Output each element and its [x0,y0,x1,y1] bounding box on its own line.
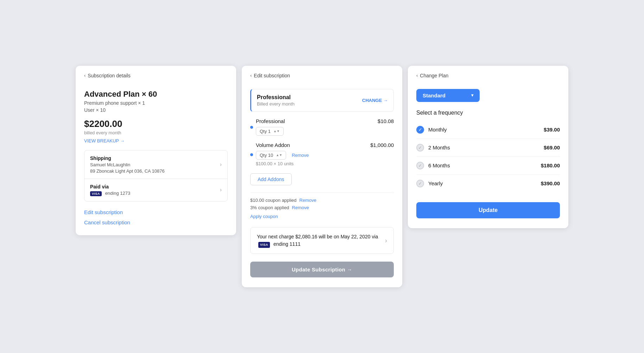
current-plan-billing: Billed every month [257,101,295,107]
apply-coupon-link[interactable]: Apply coupon [250,214,278,219]
addon2-row: Volume Addon Qty 10 ▲▼ Remove $100.00 × … [250,142,394,166]
addon2-qty-label: Qty 10 [260,153,273,158]
visa-badge: VISA [90,191,102,196]
frequency-list: Monthly $39.00 2 Months $69.00 6 Months … [416,121,560,192]
coupon2-row: 3% coupon applied Remove [250,205,394,210]
paid-via-title: Paid via [90,184,130,190]
chevron-left-icon2: ‹ [250,73,252,78]
freq-price: $180.00 [541,162,560,168]
plan-sub1: Premium phone support × 1 [84,100,228,106]
panel2-back-label: Edit subscription [254,73,290,78]
info-cards: Shipping Samuel McLaughlin 89 Zboncak Li… [84,150,228,201]
addon2-detail: $100.00 × 10 units [256,161,309,166]
addon2-info: Volume Addon Qty 10 ▲▼ Remove $100.00 × … [256,142,309,166]
addon1-name: Professional [256,118,285,124]
shipping-info: Shipping Samuel McLaughlin 89 Zboncak Li… [90,155,165,174]
plan-billing: billed every month [84,130,228,135]
back-subscription-details[interactable]: ‹ Subscription details [76,66,236,78]
panel3-body: Standard ▾ Select a frequency Monthly $3… [408,78,568,228]
coupon2-text: 3% coupon applied [250,205,289,210]
panel1-back-label: Subscription details [88,73,130,78]
addon1-info: Professional Qty 1 ▲▼ [256,118,285,136]
freq-left: Monthly [416,126,447,134]
current-plan-bar: Professional Billed every month CHANGE → [250,89,394,112]
payment-chevron-icon: › [220,187,222,193]
radio-icon [416,126,424,134]
visa-badge-2: VISA [258,242,270,248]
back-edit-subscription[interactable]: ‹ Edit subscription [242,66,402,78]
addon2-remove-button[interactable]: Remove [292,153,309,158]
addon2-dot [250,153,253,156]
freq-price: $69.00 [544,145,560,150]
card-ending: ending 1273 [105,191,131,196]
change-plan-button[interactable]: CHANGE → [362,98,388,103]
chevron-left-icon3: ‹ [416,73,418,78]
freq-name: Monthly [428,127,447,133]
addon1-row: Professional Qty 1 ▲▼ $10.08 [250,118,394,136]
shipping-chevron-icon: › [220,161,222,168]
freq-name: Yearly [428,180,443,186]
addon1-dot [250,126,253,129]
plan-sub2: User × 10 [84,107,228,113]
addon1-label: Professional Qty 1 ▲▼ [250,118,285,136]
panel3-back-label: Change Plan [420,73,448,78]
next-charge-text: Your next charge $2,080.16 will be on Ma… [257,233,385,248]
frequency-item[interactable]: 6 Months $180.00 [416,157,560,175]
next-charge-chevron-icon: › [385,237,387,244]
coupon1-text: $10.00 coupon applied [250,198,297,203]
update-button[interactable]: Update [416,202,560,218]
freq-left: 2 Months [416,144,450,152]
shipping-card[interactable]: Shipping Samuel McLaughlin 89 Zboncak Li… [84,150,227,179]
coupon1-row: $10.00 coupon applied Remove [250,198,394,203]
cancel-subscription-link[interactable]: Cancel subscription [84,219,228,225]
back-change-plan[interactable]: ‹ Change Plan [408,66,568,78]
frequency-item[interactable]: Yearly $390.00 [416,175,560,192]
coupon2-remove-button[interactable]: Remove [292,205,309,210]
addon1-qty-arrows: ▲▼ [273,129,280,133]
next-charge-card: ending 1111 [273,241,301,247]
addon1-price: $10.08 [378,118,394,124]
plan-title: Advanced Plan × 60 [84,90,228,99]
plan-price: $2200.00 [84,118,228,129]
panels-container: ‹ Subscription details Advanced Plan × 6… [76,66,568,288]
radio-icon [416,144,424,152]
radio-icon [416,162,424,169]
plan-dropdown[interactable]: Standard ▾ [416,89,480,102]
freq-left: Yearly [416,180,443,187]
radio-icon [416,180,424,187]
freq-price: $390.00 [541,180,560,186]
coupon-section: $10.00 coupon applied Remove 3% coupon a… [250,192,394,219]
shipping-name: Samuel McLaughlin [90,162,165,167]
edit-subscription-panel: ‹ Edit subscription Professional Billed … [242,66,402,288]
next-charge-box[interactable]: Your next charge $2,080.16 will be on Ma… [250,227,394,254]
addon2-name: Volume Addon [256,142,309,148]
chevron-down-icon: ▾ [471,93,473,98]
freq-price: $39.00 [544,127,560,133]
freq-name: 2 Months [428,145,450,150]
coupon1-remove-button[interactable]: Remove [299,198,316,203]
addon1-qty-selector[interactable]: Qty 1 ▲▼ [256,127,284,136]
current-plan-name: Professional [257,94,295,101]
chevron-left-icon: ‹ [84,73,86,78]
subscription-details-panel: ‹ Subscription details Advanced Plan × 6… [76,66,236,235]
change-plan-panel: ‹ Change Plan Standard ▾ Select a freque… [408,66,568,228]
frequency-item[interactable]: Monthly $39.00 [416,121,560,139]
update-subscription-button[interactable]: Update Subscription → [250,262,394,277]
payment-card[interactable]: Paid via VISA ending 1273 › [84,179,227,201]
view-breakup-link[interactable]: VIEW BREAKUP → [84,138,125,143]
panel2-body: Professional Billed every month CHANGE →… [242,78,402,288]
addon1-qty-label: Qty 1 [260,129,271,134]
edit-subscription-link[interactable]: Edit subscription [84,209,228,215]
freq-name: 6 Months [428,162,450,168]
current-plan-info: Professional Billed every month [257,94,295,107]
addon2-qty-selector[interactable]: Qty 10 ▲▼ [256,151,286,160]
panel1-body: Advanced Plan × 60 Premium phone support… [76,78,236,235]
frequency-section-label: Select a frequency [416,110,560,116]
shipping-address: 89 Zboncak Light Apt 036, CA 10876 [90,168,165,174]
add-addons-button[interactable]: Add Addons [250,173,292,185]
frequency-item[interactable]: 2 Months $69.00 [416,139,560,157]
freq-left: 6 Months [416,162,450,169]
plan-dropdown-label: Standard [423,92,446,98]
card-info: VISA ending 1273 [90,191,130,196]
payment-info: Paid via VISA ending 1273 [90,184,130,196]
